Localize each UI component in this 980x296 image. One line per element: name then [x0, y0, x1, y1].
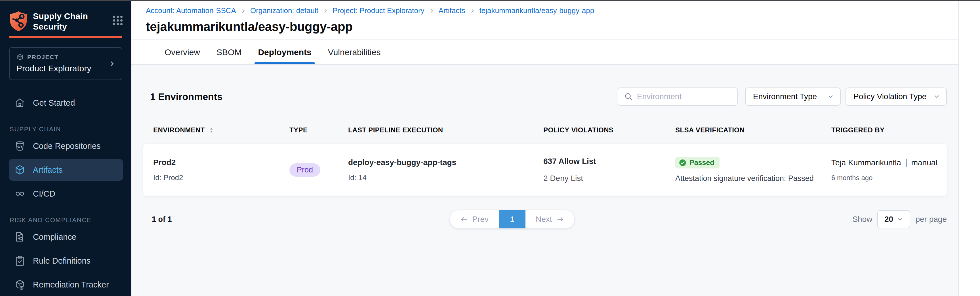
per-page-value: 20 [885, 215, 893, 224]
sidebar: Supply Chain Security PROJECT Product Ex… [0, 0, 131, 296]
per-page-select[interactable]: 20 [877, 210, 910, 229]
environment-type-badge: Prod [290, 163, 320, 177]
tab-deployments[interactable]: Deployments [257, 40, 312, 64]
slsa-status-badge: Passed [675, 157, 719, 168]
separator: | [905, 158, 907, 168]
breadcrumb-current-artifact[interactable]: tejakummarikuntla/easy-buggy-app [479, 6, 594, 15]
environments-toolbar: 1 Environments Environment Type Policy V… [143, 88, 947, 106]
environment-type-label: Environment Type [753, 92, 817, 101]
project-name: Product Exploratory [16, 64, 115, 73]
environment-id: Id: Prod2 [153, 173, 290, 182]
clipboard-check-icon [14, 255, 25, 266]
table-row[interactable]: Prod2 Id: Prod2 Prod deploy-easy-buggy-a… [143, 144, 947, 196]
chevron-right-icon [322, 8, 329, 14]
chevron-right-icon [428, 8, 435, 14]
breadcrumb: Account: Automation-SSCA Organization: d… [146, 6, 958, 15]
sidebar-nav: Get Started SUPPLY CHAIN Code Repositori… [0, 90, 131, 296]
prev-page-button[interactable]: Prev [450, 210, 499, 229]
pipeline-cell: deploy-easy-buggy-app-tags Id: 14 [348, 158, 543, 182]
type-cell: Prod [290, 163, 348, 177]
slsa-verification-cell: Passed Attestation signature verificatio… [675, 157, 831, 183]
infinity-icon [14, 188, 25, 199]
trigger-type: manual [912, 158, 937, 167]
environment-type-dropdown[interactable]: Environment Type [745, 88, 841, 106]
environment-search-input[interactable] [637, 92, 740, 101]
policy-violation-type-label: Policy Violation Type [853, 92, 926, 101]
environment-name: Prod2 [153, 158, 290, 167]
sidebar-item-label: Remediation Tracker [33, 280, 109, 290]
next-page-button[interactable]: Next [525, 210, 574, 229]
triggered-by-user: Teja Kummarikuntla [831, 158, 901, 167]
triggered-time: 6 months ago [831, 174, 947, 182]
app-title: Supply Chain Security [33, 11, 88, 32]
sidebar-item-rule-definitions[interactable]: Rule Definitions [9, 250, 123, 272]
sidebar-item-get-started[interactable]: Get Started [9, 92, 123, 114]
page-number-button[interactable]: 1 [499, 210, 525, 229]
environment-cell: Prod2 Id: Prod2 [153, 158, 290, 182]
page-header: Account: Automation-SSCA Organization: d… [131, 0, 958, 40]
deployments-content: 1 Environments Environment Type Policy V… [131, 65, 958, 296]
column-header-slsa-verification: SLSA VERIFICATION [675, 126, 831, 134]
environments-count-heading: 1 Environments [150, 91, 618, 102]
policy-violations-cell: 637 Allow List 2 Deny List [543, 157, 675, 183]
arrow-left-icon [460, 215, 468, 223]
attestation-detail: Attestation signature verification: Pass… [675, 174, 831, 183]
cube-icon [16, 53, 24, 61]
document-search-icon [14, 231, 25, 243]
environment-search [618, 88, 738, 106]
sidebar-item-label: Compliance [33, 232, 76, 242]
allow-list-link[interactable]: 637 Allow List [543, 157, 675, 166]
chevron-right-icon [469, 8, 476, 14]
sidebar-item-label: Code Repositories [33, 141, 101, 151]
arrow-right-icon [556, 215, 564, 223]
pipeline-id: Id: 14 [348, 173, 543, 182]
column-header-policy-violations: POLICY VIOLATIONS [543, 126, 675, 134]
column-header-last-pipeline-execution: LAST PIPELINE EXECUTION [348, 126, 543, 134]
breadcrumb-artifacts[interactable]: Artifacts [439, 6, 465, 15]
tab-bar: Overview SBOM Deployments Vulnerabilitie… [131, 40, 958, 65]
show-label: Show [852, 215, 872, 224]
tab-overview[interactable]: Overview [164, 40, 201, 64]
chevron-right-icon [108, 60, 116, 67]
sidebar-item-remediation-tracker[interactable]: Remediation Tracker [9, 274, 123, 296]
triggered-by-cell: Teja Kummarikuntla | manual 6 months ago [831, 158, 947, 182]
column-header-environment: ENVIRONMENT [153, 126, 290, 134]
breadcrumb-organization[interactable]: Organization: default [250, 6, 318, 15]
module-grid-icon[interactable] [113, 15, 123, 26]
sidebar-item-label: Artifacts [33, 165, 63, 175]
breadcrumb-project[interactable]: Project: Product Exploratory [332, 6, 425, 15]
supply-chain-security-logo-icon [9, 11, 28, 32]
code-repository-icon [14, 140, 25, 152]
sidebar-header: Supply Chain Security [0, 0, 131, 32]
tab-vulnerabilities[interactable]: Vulnerabilities [327, 40, 382, 64]
artifacts-cube-icon [14, 164, 25, 176]
tab-sbom[interactable]: SBOM [215, 40, 243, 64]
pager: Prev 1 Next [450, 210, 574, 229]
pipeline-link[interactable]: deploy-easy-buggy-app-tags [348, 158, 543, 167]
check-circle-icon [679, 159, 687, 167]
breadcrumb-account[interactable]: Account: Automation-SSCA [146, 6, 236, 15]
sidebar-item-code-repositories[interactable]: Code Repositories [9, 135, 123, 157]
sidebar-item-compliance[interactable]: Compliance [9, 226, 123, 248]
chevron-down-icon [897, 216, 904, 223]
project-selector[interactable]: PROJECT Product Exploratory [9, 47, 122, 80]
chevron-down-icon [933, 93, 940, 100]
home-icon [14, 97, 25, 109]
sidebar-section-risk-and-compliance: RISK AND COMPLIANCE [10, 216, 122, 224]
deny-list-link[interactable]: 2 Deny List [543, 174, 675, 183]
app-root: Supply Chain Security PROJECT Product Ex… [0, 0, 980, 296]
chevron-right-icon [240, 8, 246, 14]
window-top-edge [0, 0, 980, 1]
sidebar-item-label: Rule Definitions [33, 256, 91, 266]
chevron-down-icon [827, 93, 834, 100]
sidebar-item-label: Get Started [33, 98, 75, 108]
sidebar-item-artifacts[interactable]: Artifacts [9, 159, 123, 181]
sort-icon[interactable] [208, 126, 215, 134]
sidebar-item-cicd[interactable]: CI/CD [9, 183, 123, 205]
slsa-status-text: Passed [689, 158, 714, 167]
sidebar-item-label: CI/CD [33, 189, 55, 198]
sidebar-section-supply-chain: SUPPLY CHAIN [10, 126, 122, 133]
policy-violation-type-dropdown[interactable]: Policy Violation Type [845, 88, 947, 106]
column-header-triggered-by: TRIGGERED BY [831, 126, 947, 134]
remediation-box-icon [14, 279, 25, 290]
